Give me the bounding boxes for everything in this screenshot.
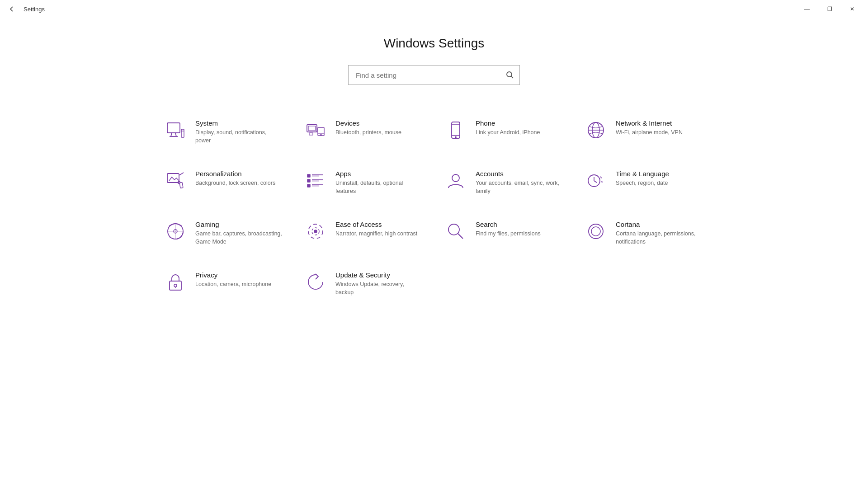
gaming-text: Gaming Game bar, captures, broadcasting,… <box>195 221 283 246</box>
phone-desc: Link your Android, iPhone <box>476 129 540 137</box>
devices-icon <box>305 119 326 141</box>
privacy-text: Privacy Location, camera, microphone <box>195 271 271 289</box>
ease-icon <box>305 221 326 242</box>
privacy-name: Privacy <box>195 271 271 279</box>
svg-line-49 <box>458 234 463 239</box>
privacy-icon <box>165 271 186 293</box>
time-icon: A α <box>585 170 607 192</box>
settings-item-gaming[interactable]: Gaming Game bar, captures, broadcasting,… <box>154 208 294 258</box>
network-icon <box>585 119 607 141</box>
cortana-text: Cortana Cortana language, permissions, n… <box>616 221 703 246</box>
accounts-icon <box>445 170 467 192</box>
svg-point-51 <box>591 227 600 236</box>
ease-desc: Narrator, magnifier, high contrast <box>335 230 417 238</box>
close-button[interactable]: ✕ <box>842 2 863 16</box>
gaming-desc: Game bar, captures, broadcasting, Game M… <box>195 230 283 246</box>
svg-text:α: α <box>601 180 603 183</box>
update-text: Update & Security Windows Update, recove… <box>335 271 423 296</box>
settings-item-privacy[interactable]: Privacy Location, camera, microphone <box>154 258 294 309</box>
apps-text: Apps Uninstall, defaults, optional featu… <box>335 170 423 195</box>
personalization-name: Personalization <box>195 170 275 178</box>
settings-item-apps[interactable]: Apps Uninstall, defaults, optional featu… <box>294 157 434 208</box>
svg-line-3 <box>171 133 172 136</box>
update-name: Update & Security <box>335 271 423 279</box>
settings-item-phone[interactable]: Phone Link your Android, iPhone <box>434 107 574 157</box>
gaming-icon <box>165 221 186 242</box>
network-name: Network & Internet <box>616 119 683 127</box>
accounts-desc: Your accounts, email, sync, work, family <box>476 179 563 195</box>
settings-item-devices[interactable]: Devices Bluetooth, printers, mouse <box>294 107 434 157</box>
time-desc: Speech, region, date <box>616 179 669 188</box>
apps-icon <box>305 170 326 192</box>
svg-point-50 <box>589 224 603 239</box>
apps-name: Apps <box>335 170 423 178</box>
system-name: System <box>195 119 283 127</box>
svg-point-53 <box>174 284 177 287</box>
settings-item-accounts[interactable]: Accounts Your accounts, email, sync, wor… <box>434 157 574 208</box>
app-title: Settings <box>24 6 45 13</box>
search-button[interactable] <box>500 65 520 85</box>
ease-name: Ease of Access <box>335 221 417 228</box>
devices-name: Devices <box>335 119 401 127</box>
personalization-icon <box>165 170 186 192</box>
network-desc: Wi-Fi, airplane mode, VPN <box>616 129 683 137</box>
system-desc: Display, sound, notifications, power <box>195 129 283 145</box>
svg-point-0 <box>507 72 512 77</box>
time-text: Time & Language Speech, region, date <box>616 170 669 188</box>
settings-item-personalization[interactable]: Personalization Background, lock screen,… <box>154 157 294 208</box>
gaming-name: Gaming <box>195 221 283 228</box>
search-container <box>348 65 520 85</box>
devices-desc: Bluetooth, printers, mouse <box>335 129 401 137</box>
cortana-desc: Cortana language, permissions, notificat… <box>616 230 703 246</box>
svg-rect-52 <box>170 281 181 290</box>
svg-rect-6 <box>181 129 184 137</box>
svg-rect-9 <box>308 126 316 131</box>
svg-line-22 <box>179 173 184 175</box>
update-icon <box>305 271 326 293</box>
settings-item-time[interactable]: A α Time & Language Speech, region, date <box>574 157 714 208</box>
ease-text: Ease of Access Narrator, magnifier, high… <box>335 221 417 238</box>
main-content: Windows Settings <box>0 18 868 309</box>
window-controls: — ❐ ✕ <box>797 2 863 16</box>
system-icon <box>165 119 186 141</box>
search-settings-icon <box>445 221 467 242</box>
system-text: System Display, sound, notifications, po… <box>195 119 283 145</box>
maximize-button[interactable]: ❐ <box>819 2 840 16</box>
search-name: Search <box>476 221 541 228</box>
personalization-desc: Background, lock screen, colors <box>195 179 275 188</box>
search-input[interactable] <box>348 65 520 85</box>
cortana-name: Cortana <box>616 221 703 228</box>
devices-text: Devices Bluetooth, printers, mouse <box>335 119 401 137</box>
settings-item-ease[interactable]: Ease of Access Narrator, magnifier, high… <box>294 208 434 258</box>
settings-item-network[interactable]: Network & Internet Wi-Fi, airplane mode,… <box>574 107 714 157</box>
personalization-text: Personalization Background, lock screen,… <box>195 170 275 188</box>
accounts-text: Accounts Your accounts, email, sync, wor… <box>476 170 563 195</box>
svg-rect-25 <box>307 174 310 177</box>
svg-text:A: A <box>599 175 602 180</box>
svg-point-17 <box>455 136 456 137</box>
svg-point-34 <box>452 174 459 182</box>
time-name: Time & Language <box>616 170 669 178</box>
phone-name: Phone <box>476 119 540 127</box>
svg-rect-31 <box>307 184 310 187</box>
network-text: Network & Internet Wi-Fi, airplane mode,… <box>616 119 683 137</box>
svg-line-4 <box>175 133 176 136</box>
svg-point-12 <box>321 135 321 136</box>
phone-text: Phone Link your Android, iPhone <box>476 119 540 137</box>
svg-point-47 <box>314 230 317 233</box>
settings-item-update[interactable]: Update & Security Windows Update, recove… <box>294 258 434 309</box>
minimize-button[interactable]: — <box>797 2 817 16</box>
title-bar-left: Settings <box>5 3 45 15</box>
search-desc: Find my files, permissions <box>476 230 541 238</box>
settings-item-system[interactable]: System Display, sound, notifications, po… <box>154 107 294 157</box>
svg-rect-13 <box>309 133 313 135</box>
page-title: Windows Settings <box>384 36 485 51</box>
svg-line-1 <box>511 76 514 79</box>
settings-item-cortana[interactable]: Cortana Cortana language, permissions, n… <box>574 208 714 258</box>
svg-point-48 <box>448 224 459 235</box>
privacy-desc: Location, camera, microphone <box>195 281 271 289</box>
cortana-icon <box>585 221 607 242</box>
back-button[interactable] <box>5 3 18 15</box>
settings-item-search[interactable]: Search Find my files, permissions <box>434 208 574 258</box>
title-bar: Settings — ❐ ✕ <box>0 0 868 18</box>
